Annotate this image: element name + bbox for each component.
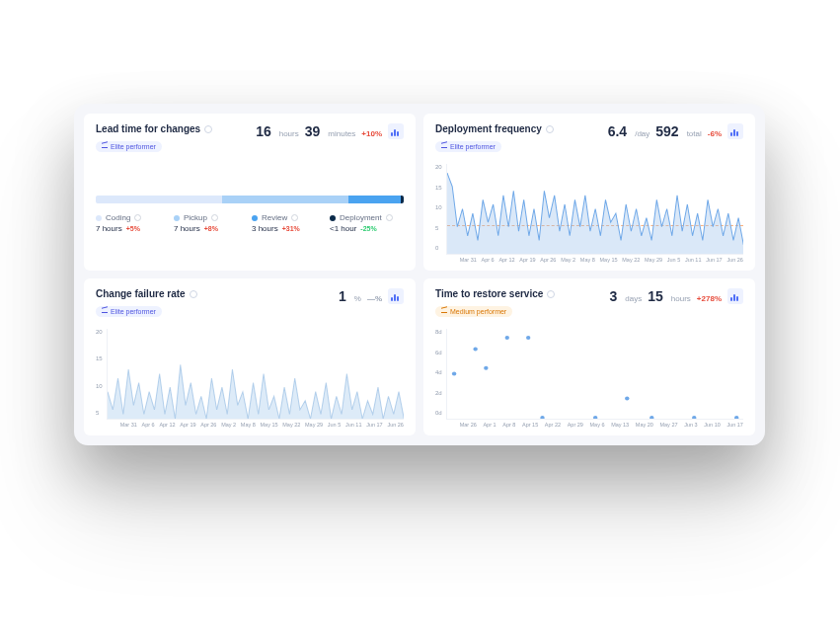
trend-icon — [102, 309, 108, 313]
y-axis: 2015105 — [96, 329, 107, 428]
info-icon[interactable] — [204, 125, 212, 133]
metric-summary: 16hours 39minutes +10% — [256, 123, 404, 139]
x-axis: Mar 26Apr 1Apr 8Apr 15Apr 22Apr 29May 6M… — [446, 422, 743, 428]
svg-point-4 — [526, 336, 530, 340]
legend-item: Coding7 hours+5% — [96, 213, 170, 233]
x-axis: Mar 31Apr 6Apr 12Apr 19Apr 26May 2May 8M… — [446, 257, 743, 263]
svg-point-8 — [649, 416, 653, 419]
panel-title: Change failure rate — [96, 288, 186, 299]
metric-summary: 6.4/day 592total -6% — [608, 123, 743, 139]
legend-item: Pickup7 hours+8% — [174, 213, 248, 233]
y-axis: 8d6d4d2d0d — [435, 329, 446, 428]
performance-badge: Elite performer — [96, 306, 162, 317]
panel-change-fail: Change failure rate Elite performer 1% —… — [84, 278, 416, 435]
stack-segment[interactable] — [401, 196, 404, 203]
svg-point-9 — [692, 416, 696, 419]
chart-toggle-button[interactable] — [727, 123, 743, 139]
svg-point-10 — [734, 416, 738, 419]
svg-point-2 — [484, 366, 488, 370]
performance-badge: Elite performer — [435, 141, 501, 152]
chart-toggle-button[interactable] — [388, 123, 404, 139]
delta-value: -6% — [708, 129, 722, 138]
delta-value: +10% — [361, 129, 382, 138]
delta-value: +278% — [697, 294, 722, 303]
chart-toggle-button[interactable] — [388, 288, 404, 304]
panel-lead-time: Lead time for changes Elite performer 16… — [84, 114, 416, 271]
trend-icon — [441, 144, 447, 148]
performance-badge: Elite performer — [96, 141, 162, 152]
stack-segment[interactable] — [222, 196, 348, 203]
svg-point-6 — [593, 416, 597, 419]
svg-point-7 — [625, 397, 629, 401]
chart-toggle-button[interactable] — [727, 288, 743, 304]
panel-title: Lead time for changes — [96, 123, 200, 134]
stack-segment[interactable] — [96, 196, 222, 203]
delta-value: —% — [367, 294, 382, 303]
legend-item: Deployment<1 hour-25% — [330, 213, 404, 233]
scatter-chart[interactable] — [446, 329, 743, 420]
metric-summary: 1% —% — [339, 288, 404, 304]
svg-point-5 — [540, 416, 544, 419]
panel-restore: Time to restore service Medium performer… — [423, 278, 755, 435]
trend-icon — [102, 144, 108, 148]
bar-chart-icon — [730, 126, 740, 136]
area-chart[interactable] — [446, 164, 743, 255]
trend-icon — [441, 309, 447, 313]
stacked-bar — [96, 196, 404, 203]
panel-title: Deployment frequency — [435, 123, 542, 134]
svg-point-0 — [452, 371, 456, 375]
performance-badge: Medium performer — [435, 306, 512, 317]
bar-chart-icon — [391, 291, 401, 301]
x-axis: Mar 31Apr 6Apr 12Apr 19Apr 26May 2May 8M… — [107, 422, 404, 428]
y-axis: 20151050 — [435, 164, 446, 263]
svg-point-1 — [473, 347, 477, 351]
legend: Coding7 hours+5%Pickup7 hours+8%Review3 … — [96, 213, 404, 233]
panel-deploy-freq: Deployment frequency Elite performer 6.4… — [423, 114, 755, 271]
panel-title: Time to restore service — [435, 288, 543, 299]
stack-segment[interactable] — [348, 196, 401, 203]
legend-item: Review3 hours+31% — [252, 213, 326, 233]
area-chart[interactable] — [107, 329, 404, 420]
dashboard-frame: Lead time for changes Elite performer 16… — [74, 104, 765, 445]
info-icon[interactable] — [546, 125, 554, 133]
bar-chart-icon — [730, 291, 740, 301]
info-icon[interactable] — [190, 290, 197, 298]
metric-summary: 3days 15hours +278% — [610, 288, 743, 304]
svg-point-3 — [504, 336, 508, 340]
bar-chart-icon — [391, 126, 401, 136]
info-icon[interactable] — [547, 290, 555, 298]
